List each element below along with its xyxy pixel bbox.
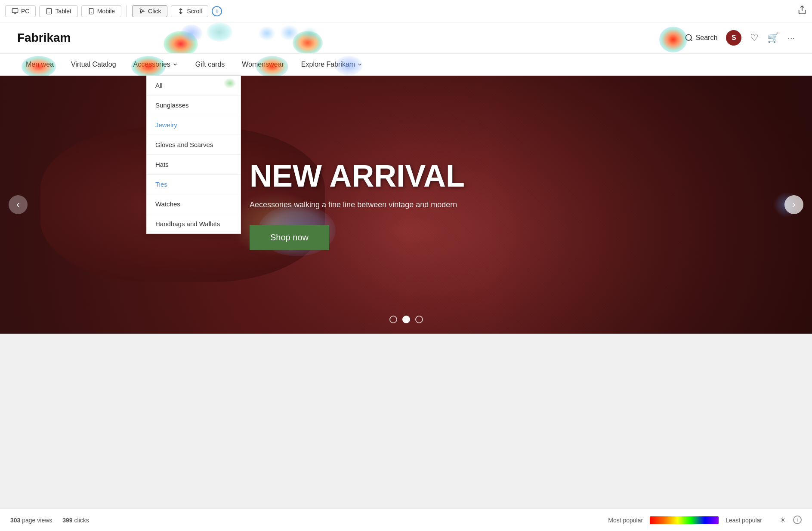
wishlist-button[interactable]: ♡ <box>750 32 759 43</box>
header-actions: Search S ♡ 🛒 ··· <box>685 30 795 46</box>
dropdown-item-handbags[interactable]: Handbags and Wallets <box>147 214 241 233</box>
svg-point-9 <box>685 35 691 40</box>
nav-label-accessories: Accessories <box>133 61 170 68</box>
heatmap-blob-accessories <box>164 31 198 53</box>
heatmap-blob-top1 <box>181 25 202 42</box>
mobile-label: Mobile <box>97 8 115 15</box>
info-status-icon[interactable]: i <box>793 516 802 524</box>
dropdown-item-all[interactable]: All <box>147 76 241 95</box>
dropdown-item-jewelry[interactable]: Jewelry <box>147 115 241 135</box>
nav-item-womenswear[interactable]: Womenswear <box>233 54 293 75</box>
dropdown-label-gloves: Gloves and Scarves <box>155 141 213 148</box>
dropdown-item-sunglasses[interactable]: Sunglasses <box>147 95 241 115</box>
dropdown-item-gloves[interactable]: Gloves and Scarves <box>147 135 241 155</box>
tablet-button[interactable]: Tablet <box>39 5 77 17</box>
hero-content: NEW ARRIVAL Aecessories walking a fine l… <box>215 133 499 276</box>
brightness-icon[interactable]: ☀ <box>779 516 786 525</box>
pc-icon <box>12 8 19 15</box>
account-initial: S <box>732 34 736 42</box>
page-views-label-text: page views <box>22 517 52 524</box>
clicks-label-text: clicks <box>74 517 89 524</box>
dropdown-item-watches[interactable]: Watches <box>147 194 241 214</box>
account-button[interactable]: S <box>726 30 741 46</box>
click-button[interactable]: Click <box>132 5 167 17</box>
nav-label-menwear: Men wea <box>26 61 54 68</box>
chevron-down-icon <box>172 61 178 68</box>
heatmap-blob-top5 <box>301 27 318 42</box>
pc-label: PC <box>21 8 29 15</box>
site-header: Fabrikam Search S <box>0 22 812 54</box>
nav-label-womenswear: Womenswear <box>242 61 284 68</box>
heatmap-blob-womenswear <box>293 31 323 53</box>
shop-now-button[interactable]: Shop now <box>250 225 329 250</box>
clicks-count: 399 <box>62 517 72 524</box>
page-views-count: 303 <box>10 517 20 524</box>
mobile-icon <box>88 8 95 15</box>
dropdown-label-sunglasses: Sunglasses <box>155 101 189 109</box>
hero-dot-2[interactable] <box>402 316 410 323</box>
click-label: Click <box>148 8 161 15</box>
share-icon <box>797 5 807 15</box>
dropdown-label-all: All <box>155 82 163 89</box>
nav-item-giftcards[interactable]: Gift cards <box>187 54 233 75</box>
hero-dot-1[interactable] <box>389 316 397 323</box>
dropdown-label-hats: Hats <box>155 161 169 168</box>
status-actions: ☀ i <box>779 516 802 525</box>
heatmap-blob-top4 <box>280 25 299 41</box>
dropdown-item-ties[interactable]: Ties <box>147 175 241 194</box>
site-logo[interactable]: Fabrikam <box>17 31 71 45</box>
svg-line-10 <box>691 40 692 41</box>
heatmap-blob-account <box>659 27 687 52</box>
tablet-icon <box>46 8 52 15</box>
nav-label-virtualcatalog: Virtual Catalog <box>71 61 116 68</box>
dropdown-label-handbags: Handbags and Wallets <box>155 220 220 227</box>
toolbar: PC Tablet Mobile Click Scroll i <box>0 0 812 22</box>
nav-item-accessories[interactable]: Accessories <box>125 54 187 75</box>
nav-item-menwear[interactable]: Men wea <box>17 54 62 75</box>
scroll-label: Scroll <box>187 8 202 15</box>
info-icon: i <box>216 8 218 14</box>
dropdown-item-hats[interactable]: Hats <box>147 155 241 175</box>
legend-least-label: Least popular <box>726 517 762 524</box>
dropdown-label-jewelry: Jewelry <box>155 121 177 129</box>
nav-label-explore: Explore Fabrikam <box>301 61 355 68</box>
nav-item-virtualcatalog[interactable]: Virtual Catalog <box>62 54 125 75</box>
toolbar-separator <box>127 5 127 17</box>
page-views-stat: 303 page views <box>10 517 52 524</box>
svg-rect-0 <box>12 9 18 12</box>
hero-subtitle: Aecessories walking a fine line between … <box>250 200 465 209</box>
info-button[interactable]: i <box>212 6 222 16</box>
hero-title-prefix: N <box>250 159 272 193</box>
status-legend: Most popular Least popular ☀ i <box>608 516 802 525</box>
nav-label-giftcards: Gift cards <box>195 61 225 68</box>
more-button[interactable]: ··· <box>787 33 795 43</box>
pc-button[interactable]: PC <box>5 5 36 17</box>
share-button[interactable] <box>797 5 807 17</box>
accessories-dropdown: All Sunglasses Jewelry Gloves and Scarve… <box>146 75 241 234</box>
scroll-icon <box>177 8 184 15</box>
legend-most-label: Most popular <box>608 517 643 524</box>
chevron-down-explore-icon <box>357 61 363 68</box>
heatmap-blob-top2 <box>207 22 232 42</box>
site-nav: Men wea Virtual Catalog Accessories Gift… <box>0 54 812 76</box>
legend-gradient <box>650 516 719 524</box>
hero-subtitle-prefix: A <box>250 200 255 209</box>
hero-dot-3[interactable] <box>415 316 423 323</box>
heatmap-blob-top3 <box>258 26 275 41</box>
nav-item-explore[interactable]: Explore Fabrikam <box>293 54 371 75</box>
cart-button[interactable]: 🛒 <box>767 32 779 43</box>
hero-subtitle-main: ecessories walking a fine line between v… <box>255 200 457 209</box>
site-frame: Fabrikam Search S <box>0 22 812 334</box>
hero-prev-button[interactable]: ‹ <box>9 195 28 214</box>
cart-icon: 🛒 <box>767 32 779 43</box>
dropdown-label-ties: Ties <box>155 181 167 188</box>
hero-next-button[interactable]: › <box>784 195 803 214</box>
search-button[interactable]: Search <box>685 34 718 42</box>
scroll-button[interactable]: Scroll <box>171 5 208 17</box>
hero-title: NEW ARRIVAL <box>250 159 465 193</box>
search-label: Search <box>696 34 718 42</box>
dropdown-label-watches: Watches <box>155 200 180 208</box>
tablet-label: Tablet <box>55 8 71 15</box>
mobile-button[interactable]: Mobile <box>81 5 121 17</box>
status-bar: 303 page views 399 clicks Most popular L… <box>0 509 812 531</box>
